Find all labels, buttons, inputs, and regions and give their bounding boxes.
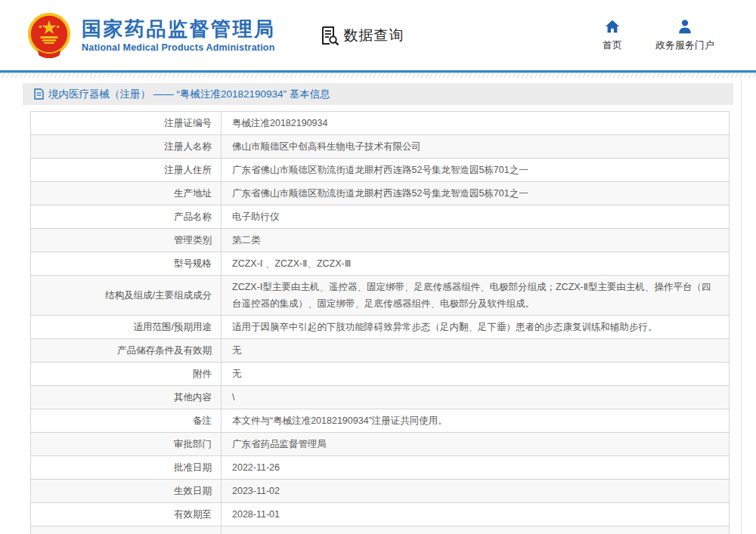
table-row-intended-use: 适用范围/预期用途 适用于因脑卒中引起的下肢功能障碍致异常步态（足内翻、足下垂）…: [31, 316, 729, 339]
nav-item-label: 首页: [603, 39, 622, 52]
row-value: 无: [222, 363, 729, 385]
row-label: 审批部门: [31, 433, 222, 455]
row-value: 无: [222, 339, 729, 362]
row-label: 适用范围/预期用途: [31, 316, 222, 338]
row-value: ZCZX-Ⅰ型主要由主机、遥控器、固定绑带、足底传感器组件、电极部分组成；ZCZ…: [222, 276, 729, 315]
row-label: 备注: [31, 409, 222, 432]
table-row-product-name: 产品名称 电子助行仪: [31, 205, 729, 229]
breadcrumb: 境内医疗器械（注册） —— “粤械注准20182190934” 基本信息: [48, 88, 330, 101]
row-value: 2024-07-26: 1、注册人住所由“佛山市顺德区大良凤翔工业园银翔路5号（…: [222, 526, 729, 534]
row-value: 2022-11-26: [222, 456, 729, 479]
brand-block: 国家药品监督管理局 National Medical Products Admi…: [82, 17, 276, 53]
row-value: \: [222, 386, 729, 409]
row-label: 产品储存条件及有效期: [31, 339, 222, 362]
header-hatch-stripe: [0, 73, 756, 78]
row-value: 第二类: [222, 229, 729, 252]
site-subtitle: National Medical Products Administration: [82, 42, 276, 53]
row-label: 结构及组成/主要组成成分: [31, 276, 222, 315]
home-icon: [604, 18, 621, 35]
row-value: 本文件与“粤械注准20182190934”注册证共同使用。: [222, 409, 729, 432]
row-label: 注册证编号: [31, 112, 222, 134]
table-row-registrant-address: 注册人住所 广东省佛山市顺德区勒流街道龙眼村西连路52号集龙智造园5栋701之一: [31, 159, 729, 182]
table-row-cert-no: 注册证编号 粤械注准20182190934: [31, 112, 729, 135]
row-label: 生产地址: [31, 182, 222, 205]
document-search-icon: [320, 26, 339, 45]
row-label: [31, 526, 222, 534]
data-query-button[interactable]: 数据查询: [320, 26, 404, 45]
row-value: ZCZX-Ⅰ 、ZCZX-Ⅱ、ZCZX-Ⅲ: [222, 252, 729, 275]
table-row-approval-date: 批准日期 2022-11-26: [31, 456, 729, 480]
row-value: 2028-11-01: [222, 503, 729, 526]
row-label: 注册人名称: [31, 135, 222, 158]
row-value: 2023-11-02: [222, 480, 729, 502]
data-query-label: 数据查询: [344, 26, 404, 45]
table-row-registrant-name: 注册人名称 佛山市顺德区中创高科生物电子技术有限公司: [31, 135, 729, 159]
user-icon: [677, 18, 693, 35]
document-icon: [34, 88, 44, 100]
row-value: 广东省佛山市顺德区勒流街道龙眼村西连路52号集龙智造园5栋701之一: [222, 159, 729, 181]
table-row-expiry-date: 有效期至 2028-11-01: [31, 503, 729, 526]
nav-item-home[interactable]: 首页: [603, 18, 622, 52]
table-row-change-history: 2024-07-26: 1、注册人住所由“佛山市顺德区大良凤翔工业园银翔路5号（…: [31, 526, 729, 534]
table-row-model-spec: 型号规格 ZCZX-Ⅰ 、ZCZX-Ⅱ、ZCZX-Ⅲ: [31, 252, 729, 276]
nav-item-gov-portal[interactable]: 政务服务门户: [655, 18, 714, 52]
table-row-effective-date: 生效日期 2023-11-02: [31, 480, 729, 503]
table-row-storage-validity: 产品储存条件及有效期 无: [31, 339, 729, 363]
row-label: 产品名称: [31, 205, 222, 228]
row-value: 广东省药品监督管理局: [222, 433, 729, 455]
row-label: 生效日期: [31, 480, 222, 502]
row-value: 粤械注准20182190934: [222, 112, 729, 134]
table-row-management-class: 管理类别 第二类: [31, 229, 729, 252]
table-row-approval-department: 审批部门 广东省药品监督管理局: [31, 433, 729, 456]
breadcrumb-bar: 境内医疗器械（注册） —— “粤械注准20182190934” 基本信息: [23, 83, 733, 105]
row-value: 电子助行仪: [222, 205, 729, 228]
row-label: 批准日期: [31, 456, 222, 479]
registration-info-table: 注册证编号 粤械注准20182190934 注册人名称 佛山市顺德区中创高科生物…: [30, 111, 730, 534]
row-label: 注册人住所: [31, 159, 222, 181]
row-value: 适用于因脑卒中引起的下肢功能障碍致异常步态（足内翻、足下垂）患者的步态康复训练和…: [222, 316, 729, 338]
table-row-production-address: 生产地址 广东省佛山市顺德区勒流街道龙眼村西连路52号集龙智造园5栋701之一: [31, 182, 729, 205]
row-label: 有效期至: [31, 503, 222, 526]
table-row-remarks: 备注 本文件与“粤械注准20182190934”注册证共同使用。: [31, 409, 729, 433]
national-emblem-logo: [26, 11, 73, 60]
header-nav: 首页 政务服务门户: [603, 18, 714, 52]
nav-item-label: 政务服务门户: [655, 39, 714, 52]
row-label: 附件: [31, 363, 222, 385]
table-row-other-content: 其他内容 \: [31, 386, 729, 409]
row-label: 其他内容: [31, 386, 222, 409]
row-value: 广东省佛山市顺德区勒流街道龙眼村西连路52号集龙智造园5栋701之一: [222, 182, 729, 205]
row-label: 管理类别: [31, 229, 222, 252]
site-header: 国家药品监督管理局 National Medical Products Admi…: [0, 0, 756, 70]
row-label: 型号规格: [31, 252, 222, 275]
row-value: 佛山市顺德区中创高科生物电子技术有限公司: [222, 135, 729, 158]
table-row-attachments: 附件 无: [31, 363, 729, 386]
table-row-structure-composition: 结构及组成/主要组成成分 ZCZX-Ⅰ型主要由主机、遥控器、固定绑带、足底传感器…: [31, 276, 729, 316]
site-title: 国家药品监督管理局: [82, 17, 276, 40]
page-edge-line: [741, 78, 742, 534]
